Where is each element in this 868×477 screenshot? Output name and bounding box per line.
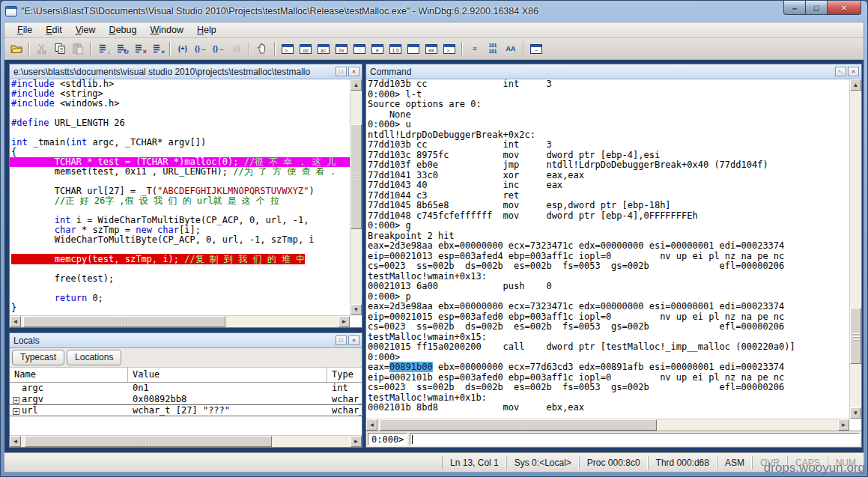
- source-close-button[interactable]: ×: [348, 67, 359, 76]
- tab-locations[interactable]: Locations: [67, 350, 121, 365]
- maximize-button[interactable]: □: [806, 1, 827, 15]
- scroll-right-arrow[interactable]: ►: [350, 436, 362, 447]
- command-line: 00021013 6a00 push 0: [366, 282, 849, 292]
- source-path-title: e:\users\blastts\documents\visual studio…: [13, 67, 334, 77]
- open-source-file-button[interactable]: [8, 41, 25, 57]
- command-window-header[interactable]: Command >_ ×: [366, 64, 861, 79]
- menu-help[interactable]: Help: [190, 23, 223, 37]
- locals-row-argv[interactable]: +argv0x00892bb8wchar_t: [10, 394, 362, 405]
- source-window: e:\users\blastts\documents\visual studio…: [9, 64, 362, 328]
- options-button[interactable]: ~: [528, 41, 544, 57]
- command-line: ntdll!LdrpDoDebuggerBreak+0x2c:: [366, 130, 849, 141]
- locals-dock-button[interactable]: □: [336, 335, 347, 345]
- detach-button[interactable]: »: [149, 41, 166, 57]
- expand-icon[interactable]: +: [13, 408, 19, 415]
- command-horizontal-scrollbar[interactable]: ◄ ►: [366, 419, 849, 431]
- source-line: #include <windows.h>: [10, 99, 350, 109]
- cut-button[interactable]: [34, 41, 50, 57]
- scroll-left-arrow[interactable]: ◄: [10, 436, 21, 447]
- memory-101-button[interactable]: 101 101: [485, 41, 501, 57]
- locals-row-url[interactable]: +urlwchar_t [27] "???"wchar_t: [10, 405, 362, 416]
- breakpoint-disabled-button[interactable]: ({): [228, 41, 245, 57]
- expand-icon[interactable]: +: [13, 397, 19, 404]
- command-prompt: 0:000>: [368, 433, 407, 446]
- scroll-thumb[interactable]: [380, 419, 657, 431]
- scroll-thumb[interactable]: [850, 308, 861, 364]
- memory-window-button[interactable]: ::: [351, 41, 368, 57]
- toolbar-separator: [169, 42, 171, 55]
- tab-typecast[interactable]: Typecast: [12, 350, 64, 365]
- command-window-2-button[interactable]: >_: [441, 41, 458, 57]
- restart-button[interactable]: ↻: [113, 41, 130, 57]
- scroll-thumb[interactable]: [23, 316, 225, 327]
- source-vertical-scrollbar[interactable]: ▲ ▼: [350, 79, 362, 315]
- toolbar-separator: [523, 42, 524, 55]
- menu-edit[interactable]: Edit: [39, 23, 69, 37]
- source-line: free(test);: [10, 274, 350, 284]
- scroll-down-arrow[interactable]: ▼: [350, 304, 362, 315]
- source-code-area[interactable]: #include <stdlib.h>#include <string>#inc…: [10, 79, 350, 315]
- title-bar[interactable]: "E:\Users\BlastTS\Documents\Visual Studi…: [1, 1, 867, 22]
- copy-button[interactable]: [52, 41, 68, 57]
- disassembly-window-button[interactable]: ≡≡: [423, 41, 440, 57]
- scratchpad-window-button[interactable]: 1.0: [387, 41, 404, 57]
- go-button[interactable]: ↓: [95, 41, 112, 57]
- locals-horizontal-scrollbar[interactable]: ◄ ►: [10, 435, 362, 447]
- source-line: memset(test, 0x11 , URL_LENGTH); //为 了 方…: [10, 167, 350, 177]
- menu-debug[interactable]: Debug: [103, 23, 144, 37]
- caption-buttons: – □ ×: [783, 1, 861, 15]
- scroll-up-arrow[interactable]: ▲: [350, 79, 362, 91]
- column-header-name[interactable]: Name: [10, 368, 128, 382]
- breakpoint-insert-button[interactable]: {+}: [174, 41, 191, 57]
- command-vertical-scrollbar[interactable]: ▲ ▼: [849, 79, 861, 419]
- command-line: 0002101b 8bd8 mov ebx,eax: [366, 403, 849, 413]
- command-close-button[interactable]: ×: [848, 67, 859, 76]
- column-header-value[interactable]: Value: [128, 368, 327, 382]
- menu-view[interactable]: View: [69, 23, 103, 37]
- source-horizontal-scrollbar[interactable]: ◄ ►: [10, 315, 350, 327]
- source-mode-button[interactable]: ≡: [467, 41, 483, 57]
- scroll-thumb[interactable]: [25, 436, 272, 447]
- command-dock-button[interactable]: >_: [835, 67, 846, 76]
- source-float-button[interactable]: □: [336, 67, 347, 76]
- windbg-window: "E:\Users\BlastTS\Documents\Visual Studi…: [0, 0, 868, 477]
- watermark: drops.wooyun.org: [764, 461, 865, 476]
- menu-window[interactable]: Window: [143, 23, 189, 37]
- scroll-thumb[interactable]: [350, 124, 362, 229]
- breakpoint-step-over-button[interactable]: {}→: [192, 41, 209, 57]
- watch-window-button[interactable]: oo: [297, 41, 314, 57]
- locals-column-headers[interactable]: NameValueType: [10, 368, 362, 383]
- scroll-right-arrow[interactable]: ►: [339, 316, 350, 327]
- command-line: 00021015 ff15a0200200 call dword ptr [te…: [366, 342, 849, 353]
- source-line: }: [10, 303, 350, 313]
- locals-row-argc[interactable]: argc0n1int: [10, 383, 362, 394]
- scroll-up-arrow[interactable]: ▲: [850, 79, 861, 91]
- stop-debugging-button[interactable]: ×: [131, 41, 148, 57]
- source-window-header[interactable]: e:\users\blastts\documents\visual studio…: [10, 64, 362, 79]
- blank-window-button[interactable]: [405, 41, 422, 57]
- minimize-button[interactable]: –: [783, 1, 806, 15]
- locals-window-header[interactable]: Locals □ ×: [10, 333, 362, 348]
- callstack-window-button[interactable]: ≡: [369, 41, 386, 57]
- column-header-type[interactable]: Type: [327, 368, 362, 382]
- toolbar-separator: [461, 42, 463, 55]
- registers-window-button[interactable]: 0x: [333, 41, 350, 57]
- command-window-button[interactable]: >_: [279, 41, 296, 57]
- close-button[interactable]: ×: [827, 1, 861, 15]
- break-button[interactable]: [254, 41, 270, 57]
- locals-window-button[interactable]: a=: [315, 41, 332, 57]
- menu-file[interactable]: File: [10, 23, 39, 37]
- scroll-left-arrow[interactable]: ◄: [366, 419, 377, 431]
- scroll-right-arrow[interactable]: ►: [838, 419, 849, 431]
- command-line: 77dd1044 c3 ret: [366, 191, 849, 201]
- command-input[interactable]: [410, 433, 860, 446]
- command-line: eax=00891b00 ebx=00000000 ecx=77d63cd3 e…: [366, 362, 849, 373]
- command-line: 77dd103c 8975fc mov dword ptr [ebp-4],es…: [366, 151, 849, 161]
- font-button[interactable]: AA: [503, 41, 519, 57]
- paste-button[interactable]: [70, 41, 86, 57]
- command-output-area[interactable]: 77dd103b cc int 30:000> l-tSource option…: [366, 79, 849, 419]
- scroll-down-arrow[interactable]: ▼: [850, 407, 861, 419]
- locals-close-button[interactable]: ×: [348, 335, 359, 345]
- scroll-left-arrow[interactable]: ◄: [10, 316, 21, 327]
- breakpoint-step-out-button[interactable]: {}→: [210, 41, 227, 57]
